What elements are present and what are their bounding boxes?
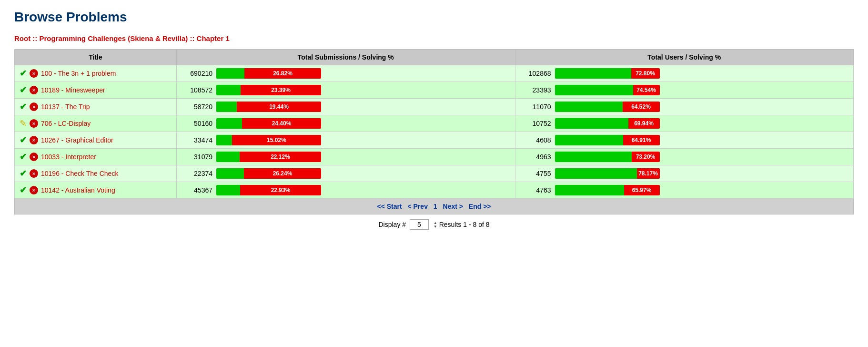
count-number: 45367 <box>182 186 212 194</box>
bar-label: 64.91% <box>630 137 653 143</box>
bar-red: 23.39% <box>241 85 321 95</box>
bar-container: 64.52% <box>555 102 660 112</box>
pagination-next[interactable]: Next > <box>443 203 463 210</box>
count-number: 33474 <box>182 136 212 144</box>
problem-title-link[interactable]: 10033 - Interpreter <box>41 153 96 161</box>
bug-icon <box>30 136 38 144</box>
users-cell: 10752 69.94% <box>515 115 854 132</box>
check-icon: ✔ <box>20 168 27 179</box>
bar-green <box>216 152 240 162</box>
users-cell: 4763 65.97% <box>515 182 854 199</box>
bar-red: 74.54% <box>633 85 660 95</box>
table-row: ✔10142 - Australian Voting 45367 22.93% … <box>15 182 854 199</box>
bar-label: 64.52% <box>629 103 653 110</box>
bar-container: 22.93% <box>216 185 321 195</box>
bar-red: 19.44% <box>237 102 321 112</box>
pagination-start[interactable]: << Start <box>377 203 402 210</box>
problem-title-link[interactable]: 10142 - Australian Voting <box>41 186 115 194</box>
bar-container: 65.97% <box>555 185 660 195</box>
count-number: 23393 <box>520 86 551 94</box>
bar-red: 64.91% <box>623 135 660 145</box>
bar-label: 69.94% <box>632 120 656 127</box>
title-cell: ✔10196 - Check The Check <box>15 165 177 182</box>
title-cell: ✔100 - The 3n + 1 problem <box>15 65 177 82</box>
bar-container: 26.82% <box>216 68 321 79</box>
bar-red: 73.20% <box>632 152 660 162</box>
bar-container: 73.20% <box>555 152 660 162</box>
title-cell: ✔10267 - Graphical Editor <box>15 132 177 149</box>
bug-icon <box>30 69 38 78</box>
spinner-down[interactable]: ▼ <box>434 225 437 229</box>
problem-title-link[interactable]: 100 - The 3n + 1 problem <box>41 70 116 77</box>
check-icon: ✔ <box>20 135 27 145</box>
title-cell: ✔10137 - The Trip <box>15 99 177 115</box>
table-row: ✎706 - LC-Display 50160 24.40% 10752 69.… <box>15 115 854 132</box>
check-icon: ✔ <box>20 102 27 112</box>
pagination-end[interactable]: End >> <box>469 203 491 210</box>
bug-icon <box>30 186 38 194</box>
count-number: 10752 <box>520 120 551 127</box>
display-input[interactable] <box>410 219 429 230</box>
problem-title-link[interactable]: 10267 - Graphical Editor <box>41 136 113 144</box>
submissions-cell: 45367 22.93% <box>177 182 515 199</box>
bar-green <box>555 85 633 95</box>
col-submissions: Total Submissions / Solving % <box>177 50 515 65</box>
pagination-page[interactable]: 1 <box>434 203 437 210</box>
bar-label: 78.17% <box>636 170 659 177</box>
problem-title-link[interactable]: 706 - LC-Display <box>41 120 91 127</box>
bar-red: 26.82% <box>244 68 321 79</box>
bar-red: 15.02% <box>232 135 321 145</box>
count-number: 4763 <box>520 186 551 194</box>
bar-label: 22.12% <box>269 153 292 160</box>
col-title: Title <box>15 50 177 65</box>
bar-container: 19.44% <box>216 102 321 112</box>
submissions-cell: 690210 26.82% <box>177 65 515 82</box>
bar-red: 64.52% <box>623 102 660 112</box>
bar-green <box>216 135 232 145</box>
count-number: 4963 <box>520 153 551 161</box>
users-cell: 4755 78.17% <box>515 165 854 182</box>
bar-green <box>555 102 623 112</box>
bar-container: 23.39% <box>216 85 321 95</box>
bar-container: 78.17% <box>555 168 660 179</box>
problem-title-link[interactable]: 10189 - Minesweeper <box>41 86 105 94</box>
title-cell: ✔10189 - Minesweeper <box>15 82 177 99</box>
count-number: 50160 <box>182 120 212 127</box>
problem-title-link[interactable]: 10137 - The Trip <box>41 103 90 111</box>
table-row: ✔10033 - Interpreter 31079 22.12% 4963 7… <box>15 149 854 165</box>
bar-red: 22.12% <box>240 152 321 162</box>
bar-container: 74.54% <box>555 85 660 95</box>
table-row: ✔10189 - Minesweeper 108572 23.39% 23393… <box>15 82 854 99</box>
count-number: 31079 <box>182 153 212 161</box>
bar-container: 15.02% <box>216 135 321 145</box>
bar-red: 78.17% <box>637 168 660 179</box>
check-icon: ✔ <box>20 152 27 162</box>
bar-label: 73.20% <box>634 153 657 160</box>
table-row: ✔10196 - Check The Check 22374 26.24% 47… <box>15 165 854 182</box>
title-cell: ✎706 - LC-Display <box>15 115 177 132</box>
bar-container: 72.80% <box>555 68 660 79</box>
bar-label: 26.24% <box>271 170 294 177</box>
bar-red: 22.93% <box>240 185 321 195</box>
bar-green <box>216 85 241 95</box>
count-number: 4755 <box>520 170 551 177</box>
bar-container: 64.91% <box>555 135 660 145</box>
submissions-cell: 50160 24.40% <box>177 115 515 132</box>
pagination-prev[interactable]: < Prev <box>408 203 428 210</box>
bar-red: 72.80% <box>631 68 660 79</box>
users-cell: 4608 64.91% <box>515 132 854 149</box>
count-number: 102868 <box>520 70 551 77</box>
display-spinner[interactable]: ▲ ▼ <box>434 221 437 229</box>
users-cell: 23393 74.54% <box>515 82 854 99</box>
bug-icon <box>30 153 38 161</box>
bar-green <box>216 68 244 79</box>
bar-label: 22.93% <box>269 187 293 194</box>
bug-icon <box>30 86 38 94</box>
submissions-cell: 22374 26.24% <box>177 165 515 182</box>
display-label: Display # <box>378 221 406 228</box>
bar-container: 24.40% <box>216 118 321 129</box>
submissions-cell: 33474 15.02% <box>177 132 515 149</box>
problem-title-link[interactable]: 10196 - Check The Check <box>41 170 118 177</box>
bar-red: 26.24% <box>244 168 321 179</box>
bug-icon <box>30 102 38 111</box>
